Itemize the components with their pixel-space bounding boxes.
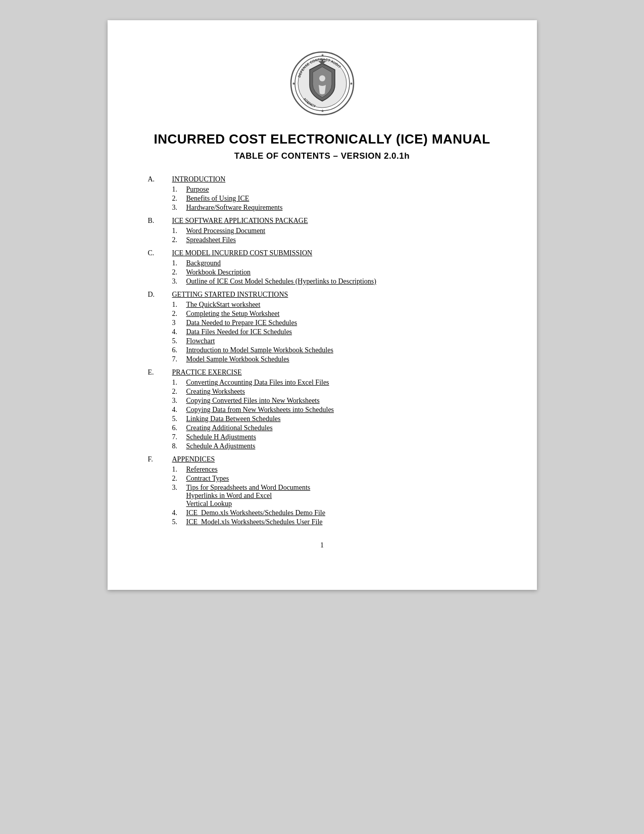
- toc-section-e: E. PRACTICE EXERCISE 1. Converting Accou…: [148, 368, 497, 450]
- toc-section-a: A. INTRODUCTION 1. Purpose 2. Benefits o…: [148, 175, 497, 212]
- toc-container: A. INTRODUCTION 1. Purpose 2. Benefits o…: [148, 175, 497, 526]
- list-item: 4. ICE_Demo.xls Worksheets/Schedules Dem…: [172, 509, 497, 517]
- agency-seal-icon: DEFENSE CONTRACT AUDIT AGENCY ★ ★ ★ ★: [289, 51, 355, 116]
- toc-link[interactable]: Creating Additional Schedules: [186, 424, 273, 432]
- toc-section-d: D. GETTING STARTED INSTRUCTIONS 1. The Q…: [148, 291, 497, 363]
- list-item: 1. Word Processing Document: [172, 227, 497, 235]
- section-letter-b: B.: [148, 217, 172, 225]
- toc-link[interactable]: Spreadsheet Files: [186, 236, 236, 244]
- list-item: 1. Converting Accounting Data Files into…: [172, 379, 497, 387]
- list-item: 7. Schedule H Adjustments: [172, 433, 497, 441]
- list-item: 2. Creating Worksheets: [172, 388, 497, 396]
- svg-point-3: [319, 75, 325, 81]
- toc-link[interactable]: Converting Accounting Data Files into Ex…: [186, 379, 329, 387]
- toc-link[interactable]: Word Processing Document: [186, 227, 266, 235]
- toc-link[interactable]: Schedule A Adjustments: [186, 442, 256, 450]
- list-item: 2. Contract Types: [172, 475, 497, 483]
- section-title-b[interactable]: ICE SOFTWARE APPLICATIONS PACKAGE: [172, 217, 308, 225]
- toc-link[interactable]: Background: [186, 259, 221, 267]
- list-item: 1. Background: [172, 259, 497, 267]
- toc-link[interactable]: Completing the Setup Worksheet: [186, 310, 280, 318]
- section-letter-d: D.: [148, 291, 172, 299]
- section-letter-f: F.: [148, 455, 172, 464]
- section-letter-e: E.: [148, 368, 172, 377]
- list-item: 7. Model Sample Workbook Schedules: [172, 355, 497, 363]
- list-item: 2. Benefits of Using ICE: [172, 195, 497, 203]
- toc-link[interactable]: Contract Types: [186, 475, 229, 483]
- list-item: 5. Linking Data Between Schedules: [172, 415, 497, 423]
- toc-link[interactable]: Outline of ICE Cost Model Schedules (Hyp…: [186, 277, 376, 286]
- logo-container: DEFENSE CONTRACT AUDIT AGENCY ★ ★ ★ ★: [148, 51, 497, 116]
- toc-section-f: F. APPENDICES 1. References 2. Contract …: [148, 455, 497, 526]
- list-item: 6. Introduction to Model Sample Workbook…: [172, 346, 497, 354]
- section-letter-a: A.: [148, 175, 172, 183]
- section-title-d[interactable]: GETTING STARTED INSTRUCTIONS: [172, 291, 288, 299]
- list-item: 8. Schedule A Adjustments: [172, 442, 497, 450]
- list-item: 1. References: [172, 466, 497, 474]
- toc-link[interactable]: ICE_Demo.xls Worksheets/Schedules Demo F…: [186, 509, 325, 517]
- page-number: 1: [148, 541, 497, 549]
- section-title-c[interactable]: ICE MODEL INCURRED COST SUBMISSION: [172, 249, 313, 257]
- svg-text:★: ★: [291, 81, 295, 86]
- section-title-e[interactable]: PRACTICE EXERCISE: [172, 368, 242, 377]
- toc-link[interactable]: Tips for Spreadsheets and Word Documents: [186, 484, 311, 492]
- list-item: 1. Purpose: [172, 186, 497, 194]
- toc-link[interactable]: Data Files Needed for ICE Schedules: [186, 328, 292, 336]
- toc-link[interactable]: Purpose: [186, 186, 209, 194]
- toc-section-c: C. ICE MODEL INCURRED COST SUBMISSION 1.…: [148, 249, 497, 286]
- toc-link[interactable]: Flowchart: [186, 337, 215, 345]
- toc-link[interactable]: Workbook Description: [186, 268, 251, 276]
- toc-sublink[interactable]: Vertical Lookup: [186, 500, 311, 508]
- svg-text:★: ★: [349, 81, 353, 86]
- toc-link[interactable]: Linking Data Between Schedules: [186, 415, 281, 423]
- toc-link[interactable]: Data Needed to Prepare ICE Schedules: [186, 319, 298, 327]
- svg-text:★: ★: [320, 109, 324, 113]
- list-item: 3. Hardware/Software Requirements: [172, 204, 497, 212]
- list-item: 3. Copying Converted Files into New Work…: [172, 397, 497, 405]
- toc-link[interactable]: Model Sample Workbook Schedules: [186, 355, 289, 363]
- section-letter-c: C.: [148, 249, 172, 257]
- section-title-a[interactable]: INTRODUCTION: [172, 175, 226, 183]
- list-item: 4. Copying Data from New Worksheets into…: [172, 406, 497, 414]
- toc-link[interactable]: Hardware/Software Requirements: [186, 204, 283, 212]
- list-item: 4. Data Files Needed for ICE Schedules: [172, 328, 497, 336]
- page: DEFENSE CONTRACT AUDIT AGENCY ★ ★ ★ ★ IN…: [108, 20, 537, 590]
- section-title-f[interactable]: APPENDICES: [172, 455, 215, 464]
- toc-link[interactable]: References: [186, 466, 218, 474]
- toc-sublink[interactable]: Hyperlinks in Word and Excel: [186, 492, 311, 500]
- list-item: 2. Spreadsheet Files: [172, 236, 497, 244]
- toc-link[interactable]: ICE_Model.xls Worksheets/Schedules User …: [186, 518, 323, 526]
- toc-link[interactable]: Copying Converted Files into New Workshe…: [186, 397, 320, 405]
- list-item: 3. Tips for Spreadsheets and Word Docume…: [172, 484, 497, 508]
- toc-section-b: B. ICE SOFTWARE APPLICATIONS PACKAGE 1. …: [148, 217, 497, 244]
- toc-link[interactable]: The QuickStart worksheet: [186, 301, 261, 309]
- toc-link[interactable]: Schedule H Adjustments: [186, 433, 256, 441]
- list-item: 1. The QuickStart worksheet: [172, 301, 497, 309]
- subtitle: TABLE OF CONTENTS – VERSION 2.0.1h: [148, 151, 497, 161]
- list-item: 5. Flowchart: [172, 337, 497, 345]
- svg-text:★: ★: [320, 53, 324, 58]
- list-item: 3 Data Needed to Prepare ICE Schedules: [172, 319, 497, 327]
- list-item: 5. ICE_Model.xls Worksheets/Schedules Us…: [172, 518, 497, 526]
- list-item: 2. Completing the Setup Worksheet: [172, 310, 497, 318]
- list-item: 3. Outline of ICE Cost Model Schedules (…: [172, 277, 497, 286]
- toc-link[interactable]: Introduction to Model Sample Workbook Sc…: [186, 346, 333, 354]
- main-title: INCURRED COST ELECTRONICALLY (ICE) MANUA…: [148, 131, 497, 147]
- list-item: 2. Workbook Description: [172, 268, 497, 276]
- toc-link[interactable]: Benefits of Using ICE: [186, 195, 250, 203]
- toc-link[interactable]: Copying Data from New Worksheets into Sc…: [186, 406, 334, 414]
- list-item: 6. Creating Additional Schedules: [172, 424, 497, 432]
- toc-link[interactable]: Creating Worksheets: [186, 388, 245, 396]
